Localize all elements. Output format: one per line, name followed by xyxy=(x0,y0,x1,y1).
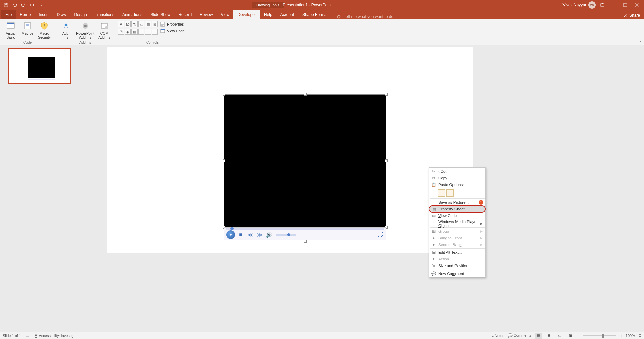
ctx-save-as-picture[interactable]: Save as Picture...1 xyxy=(429,199,485,206)
media-player-object[interactable]: ■ ≪ ≫ 🔊 ⛶ ✂t CutCut ⧉Copy 📋Paste Options… xyxy=(224,94,386,241)
tab-record[interactable]: Record xyxy=(174,10,196,19)
tell-me[interactable]: Tell me what you want to do xyxy=(332,14,393,19)
tab-draw[interactable]: Draw xyxy=(53,10,70,19)
com-addins-button[interactable]: COM Add-ins xyxy=(96,20,112,39)
ctx-view-code[interactable]: ▭View Code xyxy=(429,212,485,219)
next-button[interactable]: ≫ xyxy=(256,231,263,238)
svg-text:!: ! xyxy=(44,23,45,28)
properties-icon: ▤ xyxy=(431,206,437,212)
properties-button[interactable]: Properties xyxy=(158,21,187,27)
control-label[interactable]: A xyxy=(118,21,124,27)
ribbon: Visual Basic Macros !Macro Security Code… xyxy=(0,19,644,45)
slideshow-view-button[interactable]: ▣ xyxy=(567,333,574,339)
slide[interactable]: ■ ≪ ≫ 🔊 ⛶ ✂t CutCut ⧉Copy 📋Paste Options… xyxy=(107,47,473,253)
minimize-button[interactable] xyxy=(609,1,619,9)
notes-button[interactable]: ≡ Notes xyxy=(492,334,504,338)
tab-animations[interactable]: Animations xyxy=(118,10,146,19)
addins-button[interactable]: Add- ins xyxy=(58,20,74,39)
control-checkbox[interactable]: ☑ xyxy=(118,29,124,35)
ctx-new-comment[interactable]: 💬New Comment xyxy=(429,270,485,277)
tab-shape-format[interactable]: Shape Format xyxy=(298,10,332,19)
tab-help[interactable]: Help xyxy=(260,10,276,19)
start-from-beginning-button[interactable] xyxy=(29,1,36,9)
tab-view[interactable]: View xyxy=(217,10,233,19)
tab-file[interactable]: File xyxy=(1,10,16,19)
ctx-size-position[interactable]: ⇲Size and Position... xyxy=(429,262,485,269)
volume-slider[interactable] xyxy=(276,234,296,236)
control-textbox[interactable]: ab xyxy=(125,21,131,27)
video-area[interactable] xyxy=(224,94,386,227)
ctx-property-sheet[interactable]: ▤Property Sheet xyxy=(429,205,486,213)
control-more[interactable]: ⋯ xyxy=(152,29,158,35)
group-addins: Add- ins PowerPoint Add-ins COM Add-ins … xyxy=(55,19,115,45)
control-toggle[interactable]: ⊟ xyxy=(145,29,151,35)
svg-rect-12 xyxy=(24,23,31,29)
svg-rect-5 xyxy=(624,3,627,7)
reading-view-button[interactable]: ▭ xyxy=(556,333,564,339)
language-indicator[interactable]: ▭ xyxy=(26,333,29,338)
fit-to-window-button[interactable]: ⊡ xyxy=(638,333,641,338)
ctx-wmp-object[interactable]: Windows Media Player Object▶ xyxy=(429,220,485,227)
tab-slideshow[interactable]: Slide Show xyxy=(146,10,174,19)
ribbon-display-options[interactable] xyxy=(598,1,607,9)
slide-sorter-button[interactable]: ⊞ xyxy=(545,333,553,339)
maximize-button[interactable] xyxy=(621,1,630,9)
undo-button[interactable] xyxy=(11,1,18,9)
ctx-bring-front: ▲Bring to Front▶ xyxy=(429,235,485,241)
tab-insert[interactable]: Insert xyxy=(35,10,53,19)
tab-acrobat[interactable]: Acrobat xyxy=(276,10,298,19)
fullscreen-button[interactable]: ⛶ xyxy=(377,231,384,238)
tab-transitions[interactable]: Transitions xyxy=(91,10,118,19)
svg-point-8 xyxy=(337,15,340,18)
redo-button[interactable] xyxy=(20,1,27,9)
control-command[interactable]: ▭ xyxy=(138,21,144,27)
control-spin[interactable]: ⇅ xyxy=(131,21,138,27)
normal-view-button[interactable]: ▦ xyxy=(535,333,542,339)
accessibility-checker[interactable]: Accessibility: Investigate xyxy=(34,334,79,338)
zoom-slider[interactable] xyxy=(583,335,616,336)
ctx-send-back: ▼Send to Back▶ xyxy=(429,241,485,248)
paste-picture[interactable] xyxy=(446,189,454,197)
close-button[interactable] xyxy=(632,1,641,9)
zoom-level[interactable]: 109% xyxy=(626,334,635,338)
save-button[interactable] xyxy=(3,1,9,9)
tab-design[interactable]: Design xyxy=(70,10,91,19)
action-icon: ✦ xyxy=(431,256,436,262)
powerpoint-addins-button[interactable]: PowerPoint Add-ins xyxy=(75,20,96,39)
seek-bar[interactable] xyxy=(226,228,384,230)
prev-button[interactable]: ≪ xyxy=(247,231,254,238)
tab-review[interactable]: Review xyxy=(196,10,217,19)
view-code-button[interactable]: View Code xyxy=(158,28,187,34)
ctx-cut[interactable]: ✂t CutCut xyxy=(429,168,485,175)
ctx-copy[interactable]: ⧉Copy xyxy=(429,175,485,181)
visual-basic-button[interactable]: Visual Basic xyxy=(3,20,19,39)
control-image[interactable]: ▥ xyxy=(145,21,151,27)
tab-developer[interactable]: Developer xyxy=(233,10,260,19)
collapse-ribbon-icon[interactable]: ⌃ xyxy=(639,41,642,44)
slide-indicator[interactable]: Slide 1 of 1 xyxy=(3,334,21,338)
context-menu: ✂t CutCut ⧉Copy 📋Paste Options: Save as … xyxy=(429,167,486,277)
qat-more-button[interactable]: ▾ xyxy=(38,1,44,9)
scissors-icon: ✂ xyxy=(431,168,436,174)
avatar[interactable]: VN xyxy=(588,1,596,9)
group-label: Code xyxy=(23,41,32,45)
mute-button[interactable]: 🔊 xyxy=(265,231,273,238)
control-list[interactable]: ☰ xyxy=(138,29,144,35)
slide-canvas[interactable]: ■ ≪ ≫ 🔊 ⛶ ✂t CutCut ⧉Copy 📋Paste Options… xyxy=(79,45,644,332)
zoom-in-button[interactable]: + xyxy=(620,334,622,338)
control-option[interactable]: ◉ xyxy=(125,29,131,35)
ctx-edit-alt-text[interactable]: ▣Edit Alt Text... xyxy=(429,249,485,256)
slide-thumbnail[interactable] xyxy=(8,48,71,84)
macros-button[interactable]: Macros xyxy=(19,20,36,39)
control-combo[interactable]: ▤ xyxy=(131,29,138,35)
comments-button[interactable]: 💬 Comments xyxy=(508,333,531,338)
zoom-out-button[interactable]: − xyxy=(578,334,580,338)
control-scroll[interactable]: ⊞ xyxy=(152,21,158,27)
share-button[interactable]: Share xyxy=(619,12,644,19)
macro-security-button[interactable]: !Macro Security xyxy=(36,20,52,39)
tab-home[interactable]: Home xyxy=(16,10,35,19)
bring-front-icon: ▲ xyxy=(431,235,436,241)
paste-keep-source[interactable] xyxy=(438,189,445,197)
play-button[interactable] xyxy=(226,230,235,239)
stop-button[interactable]: ■ xyxy=(237,231,245,238)
